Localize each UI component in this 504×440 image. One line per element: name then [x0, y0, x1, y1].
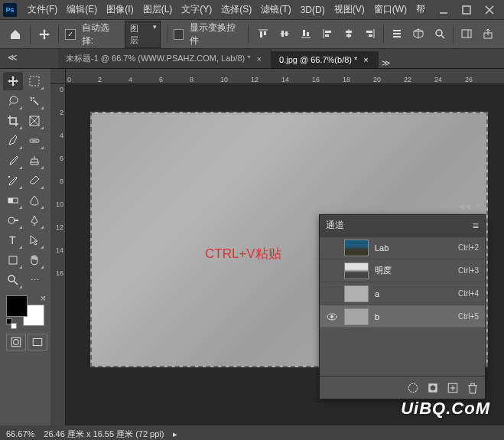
window-maximize-button[interactable] — [455, 2, 478, 18]
menu-3d[interactable]: 3D(D) — [296, 2, 330, 18]
shape-tool[interactable] — [3, 251, 23, 269]
menu-filter[interactable]: 滤镜(T) — [256, 0, 295, 19]
dodge-tool[interactable] — [3, 211, 23, 230]
info-chevron-icon[interactable]: ▸ — [173, 429, 177, 439]
panel-menu-icon[interactable]: ≡ — [473, 220, 479, 232]
menu-file[interactable]: 文件(F) — [23, 0, 62, 19]
move-tool-indicator-icon[interactable] — [37, 26, 53, 43]
menu-type[interactable]: 文字(Y) — [177, 0, 216, 19]
visibility-toggle[interactable] — [326, 311, 338, 323]
eyedropper-tool[interactable] — [3, 132, 23, 150]
distribute-icon[interactable] — [389, 25, 405, 42]
svg-rect-37 — [8, 198, 13, 203]
search-icon[interactable] — [431, 25, 448, 42]
align-vcenter-icon[interactable] — [276, 25, 293, 42]
clone-stamp-tool[interactable] — [24, 152, 44, 170]
workspace-icon[interactable] — [458, 25, 475, 42]
channel-name: Lab — [375, 243, 452, 253]
tabs-overflow-icon[interactable]: ≫ — [379, 58, 394, 68]
channel-shortcut: Ctrl+3 — [458, 266, 479, 275]
document-info[interactable]: 26.46 厘米 x 16.55 厘米 (72 ppi) — [44, 429, 164, 440]
history-brush-tool[interactable] — [3, 171, 23, 190]
svg-rect-46 — [33, 338, 41, 345]
vertical-ruler[interactable]: 0246810121416 — [50, 84, 66, 425]
channel-row-lightness[interactable]: 明度 Ctrl+3 — [320, 259, 485, 282]
zoom-level[interactable]: 66.67% — [6, 429, 34, 438]
align-bottom-icon[interactable] — [298, 25, 314, 42]
channel-row-b[interactable]: b Ctrl+5 — [320, 305, 485, 328]
window-minimize-button[interactable] — [432, 2, 455, 18]
channels-tab[interactable]: 通道 — [326, 219, 344, 232]
auto-select-checkbox[interactable] — [65, 29, 75, 40]
horizontal-ruler[interactable]: 02468101214161820222426 — [66, 69, 504, 84]
channels-panel[interactable]: ◀◀ ✕ 通道 ≡ Lab Ctrl+2 明度 Ctrl+3 a Ctrl+4 … — [319, 214, 486, 399]
svg-point-25 — [436, 30, 442, 36]
crop-tool[interactable] — [3, 112, 23, 130]
menu-layer[interactable]: 图层(L) — [138, 0, 177, 19]
panel-collapse-icon[interactable]: ◀◀ — [458, 201, 470, 211]
menu-select[interactable]: 选择(S) — [216, 0, 256, 19]
align-top-icon[interactable] — [255, 25, 272, 42]
3d-mode-icon[interactable] — [410, 25, 427, 42]
channel-name: b — [375, 312, 452, 321]
align-left-icon[interactable] — [319, 25, 336, 42]
show-transform-checkbox[interactable] — [174, 29, 184, 40]
menu-image[interactable]: 图像(I) — [102, 0, 138, 19]
eraser-tool[interactable] — [24, 171, 44, 190]
panel-close-icon[interactable]: ✕ — [475, 201, 482, 211]
menu-help[interactable]: 帮 — [411, 0, 430, 19]
svg-rect-30 — [30, 77, 39, 86]
panel-collapse-icon[interactable]: ≪ — [8, 52, 18, 63]
zoom-tool[interactable] — [3, 271, 23, 289]
home-button[interactable] — [8, 26, 24, 43]
new-channel-icon[interactable] — [447, 382, 459, 394]
channel-row-lab[interactable]: Lab Ctrl+2 — [320, 236, 485, 259]
magic-wand-tool[interactable] — [24, 92, 44, 110]
close-icon[interactable]: × — [362, 55, 369, 64]
ruler-origin[interactable] — [50, 69, 66, 84]
load-selection-icon[interactable] — [407, 382, 419, 394]
menu-view[interactable]: 视图(V) — [330, 0, 369, 19]
delete-channel-icon[interactable] — [467, 382, 479, 394]
hand-tool[interactable] — [24, 251, 44, 269]
app-logo: Ps — [3, 3, 17, 17]
visibility-toggle[interactable] — [326, 288, 338, 300]
edit-toolbar-button[interactable]: ⋯ — [24, 271, 44, 289]
document-tab-2[interactable]: 0.jpg @ 66.7%(b/8) * × — [272, 51, 379, 68]
path-selection-tool[interactable] — [24, 231, 44, 249]
menu-window[interactable]: 窗口(W) — [369, 0, 411, 19]
default-colors-icon[interactable] — [6, 318, 15, 328]
lasso-tool[interactable] — [3, 92, 23, 110]
visibility-toggle[interactable] — [326, 265, 338, 277]
swap-colors-icon[interactable]: ⤭ — [40, 294, 46, 302]
document-tab-1[interactable]: 未标题-1 @ 66.7% (WWW.PSAHZ.COM, Lab/8) * × — [58, 49, 272, 68]
auto-select-target-dropdown[interactable]: 图层 — [125, 21, 161, 48]
channel-name: a — [375, 289, 452, 298]
channel-shortcut: Ctrl+2 — [458, 243, 479, 252]
channel-row-a[interactable]: a Ctrl+4 — [320, 282, 485, 305]
frame-tool[interactable] — [24, 112, 44, 130]
align-right-icon[interactable] — [362, 25, 379, 42]
screen-mode-button[interactable] — [28, 334, 47, 350]
marquee-tool[interactable] — [24, 72, 44, 90]
channel-thumbnail — [344, 285, 369, 302]
share-icon[interactable] — [480, 25, 496, 42]
blur-tool[interactable] — [24, 191, 44, 210]
quick-mask-button[interactable] — [6, 334, 26, 350]
gradient-tool[interactable] — [3, 191, 23, 210]
type-tool[interactable]: T — [3, 231, 23, 249]
save-selection-icon[interactable] — [427, 382, 439, 394]
healing-brush-tool[interactable] — [24, 132, 44, 150]
brush-tool[interactable] — [3, 152, 23, 170]
close-icon[interactable]: × — [255, 54, 263, 64]
svg-rect-20 — [366, 31, 372, 33]
document-tab-label: 未标题-1 @ 66.7% (WWW.PSAHZ.COM, Lab/8) * — [66, 53, 251, 64]
menu-edit[interactable]: 编辑(E) — [62, 0, 102, 19]
color-swatches[interactable]: ⤭ — [6, 295, 44, 326]
pen-tool[interactable] — [24, 211, 44, 230]
align-hcenter-icon[interactable] — [340, 25, 357, 42]
move-tool[interactable] — [3, 72, 23, 90]
foreground-color[interactable] — [6, 295, 28, 317]
visibility-toggle[interactable] — [326, 242, 338, 254]
window-close-button[interactable] — [478, 2, 501, 18]
